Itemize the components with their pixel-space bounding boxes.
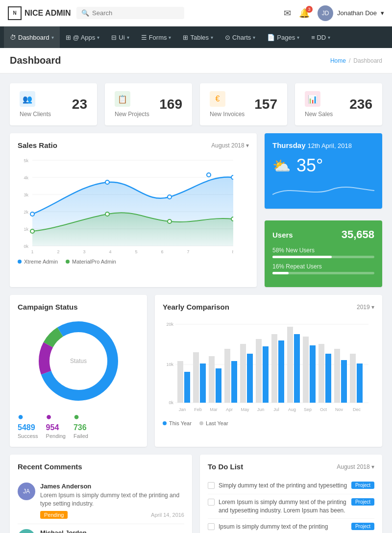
todo-checkbox-1[interactable] [208, 482, 215, 489]
nav-label-ui: Ui [119, 34, 124, 41]
bottom-row: Recent Comments JA James Anderson Lorem … [10, 455, 382, 533]
search-input[interactable] [92, 9, 179, 17]
projects-icon: 📋 [115, 91, 130, 107]
svg-text:3k: 3k [24, 193, 28, 197]
svg-text:4: 4 [109, 249, 111, 253]
logo-text: NICE ADMIN [24, 9, 71, 18]
svg-text:Sep: Sep [304, 407, 312, 412]
todo-item-3: Ipsum is simply dummy text of the printi… [208, 519, 374, 533]
bar-apr-this [231, 361, 237, 403]
nav-item-tables[interactable]: ⊞ Tables ▾ [177, 26, 219, 48]
legend-label-this-year: This Year [169, 420, 192, 426]
nav-label-apps: @ Apps [73, 34, 96, 41]
page-header: Dashboard Home / Dashboard [0, 48, 392, 73]
user-menu[interactable]: JD Jonathan Doe ▾ [318, 5, 384, 21]
comments-title: Recent Comments [18, 462, 184, 471]
sales-chart-svg: 5k 4k 3k 2k 1k 0k [18, 155, 233, 253]
weather-card: Thursday 12th April, 2018 ⛅ 35° [265, 133, 382, 209]
nav-item-apps[interactable]: ⊞ @ Apps ▾ [60, 26, 106, 48]
svg-text:5k: 5k [24, 158, 28, 163]
new-users-label: 58% New Users [272, 247, 374, 254]
todo-checkbox-2[interactable] [208, 499, 215, 506]
todo-header: To Do List August 2018 ▾ [208, 462, 374, 471]
chart-title: Sales Ratio [18, 141, 57, 149]
bar-jun-this [263, 346, 269, 403]
bar-feb-last [193, 352, 199, 403]
success-value: 5489 [18, 423, 38, 432]
user-name: Jonathan Doe [337, 9, 377, 17]
invoices-label: New Invoices [210, 111, 245, 118]
donut-stats: ● 5489 Success ● 954 Pending ● 736 Faile… [18, 411, 139, 439]
email-button[interactable]: ✉ [284, 8, 291, 19]
new-users-progress: 58% New Users [272, 247, 374, 258]
bar-apr-last [224, 349, 230, 403]
yearly-header: Yearly Comparison 2019 ▾ [163, 303, 374, 311]
users-label: Users [272, 231, 293, 239]
svg-text:Feb: Feb [194, 407, 202, 412]
notification-badge: 3 [306, 6, 313, 13]
nav-item-pages[interactable]: 📄 Pages ▾ [261, 26, 305, 48]
yearly-legend: This Year Last Year [163, 420, 374, 426]
nav-label-dd: ≡ DD [311, 34, 326, 41]
bar-jul-last [271, 334, 277, 403]
legend-this-year: This Year [163, 420, 192, 426]
breadcrumb-home[interactable]: Home [330, 57, 346, 64]
comment-meta-james: Pending April 14, 2016 [40, 511, 184, 519]
sales-ratio-card: Sales Ratio August 2018 ▾ 5k 4k 3k 2k [10, 133, 257, 287]
svg-text:Jun: Jun [257, 407, 265, 412]
legend-dot-this-year [163, 421, 167, 425]
pending-icon: ● [46, 411, 66, 422]
svg-text:8: 8 [232, 249, 233, 253]
failed-value: 736 [74, 423, 88, 432]
commenter-name-michael: Michael Jorden [40, 529, 184, 533]
svg-point-17 [30, 229, 34, 233]
svg-text:1k: 1k [24, 227, 28, 232]
comment-date-james: April 14, 2016 [151, 512, 184, 518]
nav-item-charts[interactable]: ⊙ Charts ▾ [219, 26, 261, 48]
svg-text:Dec: Dec [353, 407, 361, 412]
stat-left-projects: 📋 New Projects [115, 91, 149, 118]
todo-checkbox-3[interactable] [208, 523, 215, 530]
svg-point-19 [168, 219, 172, 223]
nav-item-dd[interactable]: ≡ DD ▾ [305, 26, 336, 48]
nav-item-dashboard[interactable]: ⏱ Dashboard ▾ [4, 26, 60, 48]
new-users-bar-fill [272, 256, 332, 258]
chevron-down-icon: ▾ [169, 35, 171, 40]
charts-icon: ⊙ [225, 34, 230, 41]
main-content: 👥 New Clients 23 📋 New Projects 169 € Ne… [0, 73, 392, 533]
chevron-down-icon: ▾ [51, 35, 54, 40]
svg-point-13 [105, 180, 109, 184]
top-right-actions: ✉ 🔔 3 JD Jonathan Doe ▾ [284, 5, 384, 21]
yearly-year: 2019 ▾ [357, 304, 374, 311]
todo-badge-3: Project [351, 523, 374, 530]
svg-text:6: 6 [161, 249, 163, 253]
bar-jun-last [256, 339, 262, 403]
bar-oct-this [325, 354, 331, 403]
notification-button[interactable]: 🔔 3 [299, 8, 310, 19]
yearly-title: Yearly Comparison [163, 303, 229, 311]
legend-dot-blue [18, 260, 22, 264]
svg-text:3: 3 [83, 249, 85, 253]
todo-text-2: Lorem Ipsum is simply dummy text of the … [219, 498, 347, 515]
nav-item-forms[interactable]: ☰ Forms ▾ [135, 26, 177, 48]
comment-body-james: James Anderson Lorem Ipsum is simply dum… [40, 483, 184, 519]
nav-item-ui[interactable]: ⊟ Ui ▾ [105, 26, 135, 48]
svg-text:Apr: Apr [226, 407, 233, 412]
apps-icon: ⊞ [66, 34, 71, 41]
donut-chart: Status [34, 317, 122, 405]
breadcrumb: Home / Dashboard [330, 57, 382, 64]
todo-badge-1: Project [351, 482, 374, 489]
chevron-down-icon: ▾ [97, 35, 99, 40]
nav-label-forms: Forms [149, 34, 167, 41]
chevron-down-icon: ▾ [211, 35, 213, 40]
svg-text:20k: 20k [166, 322, 173, 327]
failed-icon: ● [74, 411, 88, 422]
bar-dec-this [357, 363, 363, 403]
chevron-down-icon: ▾ [127, 35, 129, 40]
search-bar: 🔍 [76, 7, 184, 19]
sales-icon: 📊 [305, 91, 320, 107]
bar-jan-this [184, 372, 190, 403]
page-title: Dashboard [10, 55, 61, 66]
charts-row: Sales Ratio August 2018 ▾ 5k 4k 3k 2k [10, 133, 382, 287]
sales-value: 236 [349, 97, 372, 112]
